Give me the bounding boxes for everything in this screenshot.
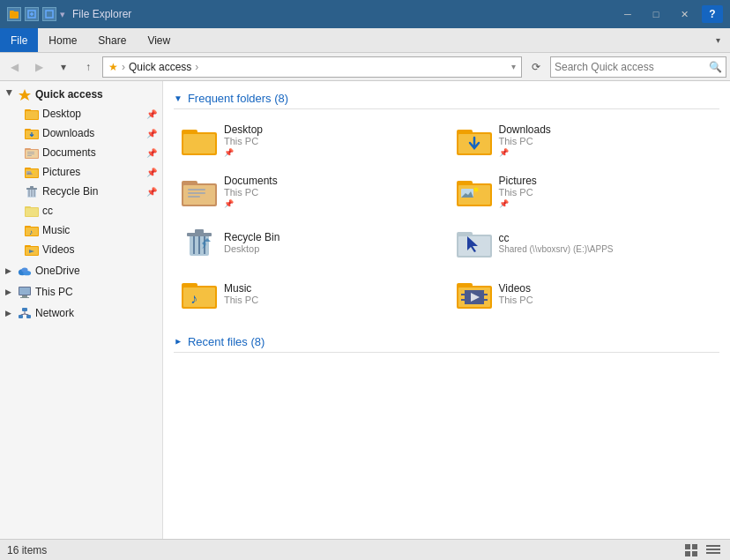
close-button[interactable]: ✕ [670,5,698,23]
downloads-icon-wrap [457,123,492,158]
help-button[interactable]: ? [702,5,723,23]
svg-rect-25 [30,186,34,188]
forward-button[interactable]: ▶ [28,56,49,78]
svg-rect-60 [188,192,205,194]
folder-item-documents[interactable]: Documents This PC 📌 [174,168,445,215]
svg-text:♪: ♪ [190,291,197,306]
title-icon-1[interactable] [7,7,21,21]
svg-rect-94 [692,544,697,549]
title-icon-2[interactable] [25,7,39,21]
sidebar-item-music[interactable]: ♪ Music [0,220,162,240]
sidebar-item-desktop[interactable]: Desktop 📌 [0,104,162,123]
music-icon-wrap: ♪ [182,276,217,311]
menu-expand-button[interactable]: ▾ [709,32,726,49]
svg-rect-96 [692,551,697,556]
svg-point-22 [33,171,34,173]
downloads-folder-sub: This PC [499,136,551,146]
recycle-folder-sub: Desktop [224,243,279,254]
menu-home[interactable]: Home [38,28,87,52]
videos-info: Videos This PC [499,282,533,305]
minimize-button[interactable]: ─ [614,5,642,23]
frequent-folders-header[interactable]: ▼ Frequent folders (8) [174,88,719,109]
recent-files-header[interactable]: ▼ Recent files (8) [174,332,719,353]
sidebar-item-cc[interactable]: cc [0,201,162,220]
svg-rect-43 [20,297,29,298]
sidebar-desktop-label: Desktop [42,108,145,120]
thispc-chevron: ▶ [5,287,14,296]
network-icon [18,306,32,320]
network-header[interactable]: ▶ Network [0,303,162,323]
svg-point-67 [473,188,478,192]
svg-marker-4 [19,89,31,101]
sidebar-music-label: Music [42,224,157,236]
svg-rect-98 [706,549,720,550]
maximize-button[interactable]: □ [642,5,670,23]
frequent-folders-title: Frequent folders (8) [188,92,288,105]
svg-rect-91 [484,301,488,304]
recent-locations-button[interactable]: ▾ [53,56,74,78]
search-input[interactable] [555,61,709,73]
music-info: Music This PC [224,282,258,305]
sidebar-pictures-label: Pictures [42,166,145,178]
sidebar-documents-label: Documents [42,146,145,159]
back-button[interactable]: ◀ [4,56,25,78]
sidebar-item-pictures[interactable]: Pictures 📌 [0,162,162,182]
svg-rect-44 [22,308,27,311]
main-layout: ▶ Quick access Desktop 📌 Downloads � [0,81,730,539]
title-icon-3[interactable] [42,7,56,21]
address-path[interactable]: ★ › Quick access › ▾ [102,56,522,78]
videos-folder-sub: This PC [499,295,533,305]
address-bar: ◀ ▶ ▾ ↑ ★ › Quick access › ▾ ⟳ 🔍 [0,53,730,81]
svg-rect-95 [685,551,690,556]
downloads-folder-pin: 📌 [499,148,551,157]
svg-rect-86 [461,290,465,294]
sidebar-item-documents[interactable]: Documents 📌 [0,143,162,162]
folder-item-desktop[interactable]: Desktop This PC 📌 [174,116,445,164]
downloads-pin-icon: 📌 [146,129,157,138]
pictures-info: Pictures This PC 📌 [499,175,537,208]
folder-item-videos[interactable]: Videos This PC [449,270,720,317]
sidebar-item-videos[interactable]: Videos [0,240,162,259]
sidebar-item-downloads[interactable]: Downloads 📌 [0,123,162,143]
svg-rect-0 [10,11,19,19]
menu-view[interactable]: View [137,28,181,52]
network-chevron: ▶ [5,309,14,317]
sidebar-item-recycle-bin[interactable]: Recycle Bin 📌 [0,182,162,201]
recycle-info: Recycle Bin Desktop [224,231,279,254]
path-separator-2: › [195,61,198,73]
svg-rect-14 [27,152,34,153]
svg-rect-70 [195,229,204,234]
menu-file[interactable]: File [0,28,38,52]
item-count: 16 items [7,544,47,556]
quick-access-header[interactable]: ▶ Quick access [0,85,162,104]
menu-expand: ▾ [709,32,730,49]
folder-item-recycle[interactable]: Recycle Bin Desktop [174,219,445,266]
path-dropdown-icon[interactable]: ▾ [511,62,516,71]
music-folder-sub: This PC [224,295,258,305]
music-folder-icon: ♪ [25,223,39,237]
sidebar-cc-label: cc [42,205,157,217]
menu-share[interactable]: Share [87,28,137,52]
svg-rect-88 [461,301,465,304]
svg-rect-16 [27,155,32,156]
thispc-header[interactable]: ▶ This PC [0,282,162,302]
folder-item-pictures[interactable]: Pictures This PC 📌 [449,168,720,215]
folder-item-cc[interactable]: cc Shared (\\vboxsrv) (E:)\APPS [449,219,720,266]
folder-item-downloads[interactable]: Downloads This PC 📌 [449,116,720,164]
desktop-folder-icon [25,107,39,121]
documents-icon-wrap [182,174,217,209]
svg-rect-45 [19,315,23,318]
cc-folder-sub: Shared (\\vboxsrv) (E:)\APPS [499,244,614,254]
sidebar-recycle-bin-label: Recycle Bin [42,185,145,198]
svg-rect-28 [26,208,38,216]
refresh-button[interactable]: ⟳ [525,56,547,78]
menu-bar: File Home Share View ▾ [0,28,730,53]
large-icons-view-button[interactable] [682,542,702,558]
desktop-folder-name: Desktop [224,123,263,136]
details-view-button[interactable] [704,542,723,558]
folder-item-music[interactable]: ♪ Music This PC [174,270,445,317]
desktop-folder-sub: This PC [224,136,263,146]
onedrive-header[interactable]: ▶ OneDrive [0,261,162,280]
svg-rect-87 [461,295,465,299]
up-button[interactable]: ↑ [78,56,99,78]
